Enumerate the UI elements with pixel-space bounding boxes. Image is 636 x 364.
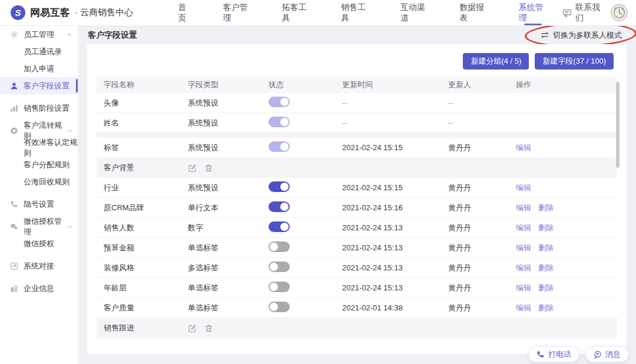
column-header: 更新人 [448,80,516,90]
status-toggle[interactable] [269,117,290,127]
flow-icon [10,127,18,135]
group-name: 销售跟进 [104,323,188,333]
sidebar-item-wechat-auth-management[interactable]: 微信授权管理 [0,218,78,235]
switch-multi-contact-mode-button[interactable]: 切换为多联系人模式 [540,30,622,41]
fields-table: 字段名称字段类型状态更新时间更新人操作 头像系统预设----姓名系统预设----… [97,77,617,338]
page-title: 客户字段设置 [88,30,137,41]
nav-item-customer-management[interactable]: 客户管理 [207,0,266,25]
field-status-cell [269,302,342,314]
row-actions: 编辑 [516,183,610,193]
sidebar-item-label: 公海回收规则 [24,177,69,187]
brand-suffix: · 云商销售中心 [75,7,133,18]
top-navbar: S 网易互客 · 云商销售中心 首页客户管理拓客工具销售工具互动渠道数据报表系统… [0,0,636,26]
table-row: 预算金额单选标签2021-02-24 15:13黄丹丹编辑删除 [97,238,617,258]
edit-link[interactable]: 编辑 [516,203,531,212]
status-toggle[interactable] [269,262,290,272]
row-actions: 编辑删除 [516,283,610,293]
vertical-scrollbar[interactable] [616,82,620,168]
status-toggle[interactable] [269,97,290,107]
delete-link[interactable]: 删除 [538,203,554,212]
sidebar-item-join-requests[interactable]: 加入申请 [0,60,78,77]
edit-link[interactable]: 编辑 [516,143,531,152]
status-toggle[interactable] [269,201,290,212]
status-toggle[interactable] [269,181,290,192]
call-button[interactable]: 打电话 [528,346,579,362]
edit-link[interactable]: 编辑 [516,263,531,272]
status-toggle[interactable] [269,221,290,232]
sidebar: 员工管理员工通讯录加入申请客户字段设置销售阶段设置客户流转规则有效潜客认定规则客… [0,26,78,364]
navbar-right: 联系我们 [562,2,636,24]
delete-icon[interactable] [204,324,213,333]
field-type: 单行文本 [188,203,269,213]
nav-item-data-reports[interactable]: 数据报表 [444,0,503,25]
status-toggle[interactable] [269,282,290,292]
field-status-cell [269,201,342,214]
updated-by: -- [448,118,516,127]
edit-link[interactable]: 编辑 [516,243,531,252]
sidebar-item-hidden-number-settings[interactable]: 隐号设置 [0,196,78,213]
user-avatar[interactable] [611,4,628,21]
chevron-up-icon [68,224,72,230]
updated-time: 2021-02-24 15:16 [342,203,448,212]
table-row: 客户质量单选标签2021-02-01 14:38黄丹丹编辑删除 [97,298,617,318]
contact-us-button[interactable]: 联系我们 [562,2,604,24]
delete-link[interactable]: 删除 [538,303,554,312]
field-type: 系统预设 [188,98,269,108]
delete-link[interactable]: 删除 [538,223,554,232]
contact-us-label: 联系我们 [575,2,604,24]
sidebar-item-public-pool-recycle-rules[interactable]: 公海回收规则 [0,173,78,190]
edit-icon[interactable] [188,324,197,333]
chat-bubble-icon [562,8,572,18]
new-field-button[interactable]: 新建字段(37 / 100) [535,53,614,70]
chart-icon [10,104,18,112]
status-toggle[interactable] [269,241,290,252]
updated-time: -- [342,118,448,127]
edit-link[interactable]: 编辑 [516,283,531,292]
delete-link[interactable]: 删除 [538,243,554,252]
sidebar-item-customer-assignment-rules[interactable]: 客户分配规则 [0,156,78,173]
nav-item-home[interactable]: 首页 [163,0,207,25]
floating-actions: 打电话 消息 [528,346,629,362]
edit-link[interactable]: 编辑 [516,303,531,312]
field-group-row: 客户背景 [97,158,617,178]
edit-link[interactable]: 编辑 [516,223,531,232]
toggle-knob [280,143,289,151]
status-toggle[interactable] [269,302,290,312]
sidebar-item-valid-lead-rules[interactable]: 有效潜客认定规则 [0,139,78,156]
delete-link[interactable]: 删除 [538,263,554,272]
sidebar-item-customer-field-settings[interactable]: 客户字段设置 [0,77,78,94]
new-group-button[interactable]: 新建分组(4 / 5) [463,53,529,70]
table-row: 头像系统预设---- [97,93,617,113]
updated-time: 2021-02-01 14:38 [342,303,448,312]
delete-link[interactable]: 删除 [538,283,554,292]
toggle-knob [280,203,289,211]
status-toggle[interactable] [269,141,290,152]
field-status-cell [269,181,342,194]
field-name: 年龄层 [104,283,188,293]
sidebar-item-wechat-auth[interactable]: 微信授权 [0,235,78,252]
sidebar-item-label: 微信授权管理 [24,216,62,237]
sidebar-item-label: 销售阶段设置 [24,103,69,114]
sidebar-item-company-info[interactable]: 企业信息 [0,280,78,297]
toggle-knob [270,283,278,291]
sidebar-item-label: 加入申请 [24,64,54,74]
nav-item-sales-tools[interactable]: 销售工具 [326,0,385,25]
updated-time: 2021-02-24 15:13 [342,283,448,292]
delete-icon[interactable] [204,164,213,173]
updated-by: 黄丹丹 [448,143,516,153]
sidebar-item-sales-stage-settings[interactable]: 销售阶段设置 [0,100,78,117]
message-button[interactable]: 消息 [585,346,629,362]
sidebar-item-staff-directory[interactable]: 员工通讯录 [0,43,78,60]
nav-item-acquisition-tools[interactable]: 拓客工具 [267,0,326,25]
field-status-cell [269,262,342,274]
nav-item-system-management[interactable]: 系统管理 [504,0,562,25]
updated-time: -- [342,98,448,107]
sidebar-item-staff-management[interactable]: 员工管理 [0,26,78,43]
edit-link[interactable]: 编辑 [516,183,531,192]
nav-item-interaction-channels[interactable]: 互动渠道 [385,0,444,25]
edit-icon[interactable] [188,164,197,173]
field-name: 原CRM品牌 [104,203,188,213]
sidebar-item-system-integration[interactable]: 系统对接 [0,257,78,274]
field-type: 单选标签 [188,243,269,253]
field-type: 数字 [188,223,269,233]
